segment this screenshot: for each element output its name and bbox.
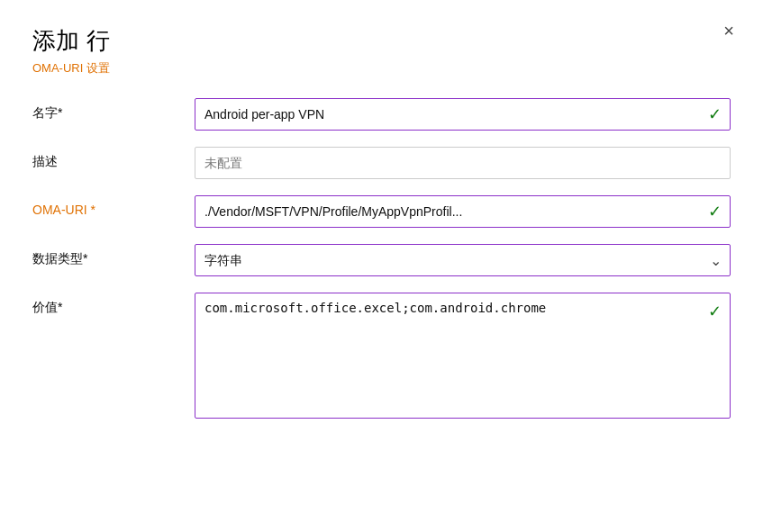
name-field-wrap: ✓ [195, 98, 731, 131]
oma-field-wrap: ✓ [195, 195, 731, 228]
close-button[interactable]: × [723, 22, 734, 40]
desc-row: 描述 [32, 147, 731, 179]
datatype-row: 数据类型* 字符串 ⌄ [32, 244, 731, 276]
name-input[interactable] [195, 98, 731, 131]
value-label: 价值* [32, 293, 195, 316]
dialog-subtitle: OMA-URI 设置 [32, 60, 731, 77]
oma-label: OMA-URI * [32, 195, 195, 217]
desc-label: 描述 [32, 147, 195, 170]
desc-input[interactable] [195, 147, 731, 179]
name-row: 名字* ✓ [32, 98, 731, 131]
name-label: 名字* [32, 98, 195, 122]
oma-input[interactable] [195, 195, 731, 228]
dialog-title: 添加 行 [32, 25, 731, 57]
datatype-field-wrap: 字符串 ⌄ [195, 244, 731, 276]
desc-field-wrap [195, 147, 731, 179]
add-row-dialog: × 添加 行 OMA-URI 设置 名字* ✓ 描述 OMA-URI * ✓ 数… [0, 0, 763, 532]
value-field-wrap: com.microsoft.office.excel;com.android.c… [195, 293, 731, 422]
oma-row: OMA-URI * ✓ [32, 195, 731, 228]
datatype-select[interactable]: 字符串 [195, 244, 731, 276]
value-textarea[interactable]: com.microsoft.office.excel;com.android.c… [195, 293, 731, 419]
datatype-label: 数据类型* [32, 244, 195, 267]
value-row: 价值* com.microsoft.office.excel;com.andro… [32, 293, 731, 422]
